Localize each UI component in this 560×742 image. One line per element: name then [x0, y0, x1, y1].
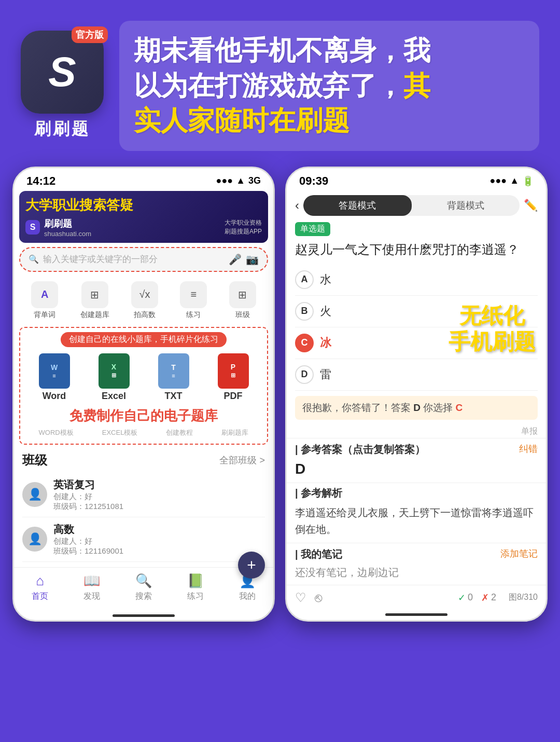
page-indicator: 图8/310 [509, 592, 538, 603]
word-template: WORD模板 [39, 428, 74, 437]
headline-highlight: 其实人家随时在刷题 [134, 71, 430, 136]
discover-icon: 📖 [83, 573, 100, 589]
class-item-0[interactable]: 👤 英语复习 创建人：好 班级码：121251081 [22, 473, 265, 517]
nav-search[interactable]: 🔍 搜索 [135, 573, 152, 602]
camera-icon: 📷 [246, 253, 259, 266]
ref-answer-header: | 参考答案（点击复制答案） 纠错 [287, 438, 546, 459]
right-home-indicator [385, 613, 447, 616]
left-status-icons: ●●● ▲ 3G [216, 175, 261, 186]
search-magnifier-icon: 🔍 [29, 254, 39, 264]
nav-profile-label: 我的 [239, 591, 256, 602]
nav-search-label: 搜索 [135, 591, 152, 602]
class-header: 班级 全部班级 > [22, 452, 265, 469]
free-label: 免费制作自己的电子题库 [24, 405, 263, 427]
class-creator-1: 创建人：好 [53, 537, 265, 546]
top-section: 官方版 S 刷刷题 期末看他手机不离身，我 以为在打游戏放弃了，其实人家随时在刷… [0, 0, 560, 161]
app-icon: 官方版 S [21, 31, 104, 114]
pdf-file-item[interactable]: P ⊞ PDF [218, 353, 249, 402]
class-info-1: 高数 创建人：好 班级码：121169001 [53, 523, 265, 556]
search-placeholder: 输入关键字或关键字的一部分 [43, 253, 225, 265]
checkmark-icon: ✓ [458, 592, 466, 603]
like-icon[interactable]: ♡ [295, 590, 306, 605]
option-A-letter: A [295, 270, 314, 289]
nav-practice-label: 练习 [187, 591, 204, 602]
ref-answer-label: | 参考答案（点击复制答案） [295, 443, 425, 457]
brand-name: 刷刷题 [44, 217, 91, 230]
option-D-letter: D [295, 365, 314, 384]
watermark-text: 无纸化手机刷题 [449, 303, 536, 355]
brand-website: shuashuati.com [44, 230, 91, 238]
icon-practice[interactable]: ≡ 练习 [180, 281, 207, 320]
icon-photo-math[interactable]: √x 拍高数 [131, 281, 158, 320]
option-A-text: 水 [320, 272, 331, 287]
analysis-text: 李逍遥还给灵儿衣服，天上劈下一道惊雷将李逍遥吓倒在地。 [287, 502, 546, 543]
file-types-row: W ≡ Word X ⊞ Excel T ≡ [24, 351, 263, 405]
downvote-item[interactable]: ✗ 2 [481, 592, 496, 603]
edit-button[interactable]: ✏️ [524, 199, 538, 212]
excel-file-item[interactable]: X ⊞ Excel [99, 353, 130, 402]
excel-icon: X ⊞ [99, 353, 130, 389]
right-status-bar: 09:39 ●●● ▲ 🔋 [287, 168, 546, 191]
brand-logo: S [25, 220, 40, 235]
class-creator-0: 创建人：好 [53, 492, 265, 502]
question-type-badge: 单选题 [295, 222, 330, 236]
vote-section: ✓ 0 ✗ 2 [458, 592, 496, 603]
option-D[interactable]: D 雷 [295, 359, 538, 391]
class-more[interactable]: 全部班级 > [219, 454, 265, 466]
file-upload-section: 创建自己的在线小题库，手机碎片化练习 W ≡ Word X ⊞ [19, 327, 268, 445]
bottom-nav: ⌂ 首页 📖 发现 🔍 搜索 📗 练习 👤 我的 [14, 567, 273, 611]
add-note-button[interactable]: 添加笔记 [500, 547, 538, 561]
class-item-1[interactable]: 👤 高数 创建人：好 班级码：121169001 [22, 517, 265, 562]
class-name-1: 高数 [53, 523, 265, 537]
answer-mode-tab[interactable]: 答题模式 [303, 195, 412, 216]
question-text: 赵灵儿一气之下使用什麽咒打的李逍遥？ [287, 238, 546, 264]
home-icon: ⌂ [36, 573, 44, 589]
class-code-1: 班级码：121169001 [53, 546, 265, 556]
fab-button[interactable]: + [238, 552, 265, 579]
left-phone: 14:12 ●●● ▲ 3G 大学职业搜索答疑 S 刷刷题 shuashuati… [12, 167, 275, 622]
mode-tabs: 答题模式 背题模式 [303, 195, 520, 216]
left-status-bar: 14:12 ●●● ▲ 3G [14, 168, 273, 191]
txt-file-item[interactable]: T ≡ TXT [158, 353, 189, 402]
left-time: 14:12 [26, 174, 55, 188]
upvote-count: 0 [468, 592, 473, 603]
brand-sub: 大学职业资格刷题搜题APP [225, 218, 262, 236]
headline-box: 期末看他手机不离身，我 以为在打游戏放弃了，其实人家随时在刷题 [119, 21, 539, 151]
option-D-text: 雷 [320, 367, 331, 382]
result-bar: 很抱歉，你答错了！答案 D 你选择 C [295, 396, 538, 420]
create-tutorial: 创建教程 [166, 428, 193, 437]
pdf-label: PDF [224, 391, 243, 402]
bg-mode-tab[interactable]: 背题模式 [412, 195, 520, 216]
top-nav: ‹ 答题模式 背题模式 ✏️ [287, 191, 546, 220]
question-bank: 刷刷题库 [221, 428, 248, 437]
nav-search-icon: 🔍 [135, 573, 152, 589]
headline-text: 期末看他手机不离身，我 以为在打游戏放弃了，其实人家随时在刷题 [134, 33, 525, 139]
upvote-item[interactable]: ✓ 0 [458, 592, 473, 603]
app-name: 刷刷题 [34, 118, 90, 141]
word-label: Word [43, 391, 66, 402]
option-A[interactable]: A 水 [295, 264, 538, 296]
microphone-icon: 🎤 [229, 253, 242, 266]
search-box[interactable]: 🔍 输入关键字或关键字的一部分 🎤 📷 [19, 247, 268, 272]
icon-flashcard[interactable]: A 背单词 [31, 281, 58, 320]
correction-button[interactable]: 纠错 [519, 443, 538, 457]
promo-main-text: 大学职业搜索答疑 [25, 196, 262, 214]
word-file-item[interactable]: W ≡ Word [39, 353, 70, 402]
right-time: 09:39 [299, 174, 328, 188]
nav-home[interactable]: ⌂ 首页 [32, 573, 48, 602]
nav-practice[interactable]: 📗 练习 [187, 573, 204, 602]
back-button[interactable]: ‹ [295, 198, 299, 213]
class-title: 班级 [22, 452, 47, 469]
report-link[interactable]: 单报 [287, 425, 546, 438]
excel-label: Excel [102, 391, 126, 402]
share-icon[interactable]: ⎋ [315, 590, 322, 605]
excel-template: EXCEL模板 [102, 428, 138, 437]
nav-discover-label: 发现 [83, 591, 100, 602]
nav-home-label: 首页 [32, 591, 48, 602]
nav-discover[interactable]: 📖 发现 [83, 573, 100, 602]
bottom-actions: ♡ ⎋ ✓ 0 ✗ 2 图8/310 [287, 585, 546, 610]
pdf-icon: P ⊞ [218, 353, 249, 389]
home-indicator [113, 614, 175, 617]
icon-class[interactable]: ⊞ 班级 [229, 281, 256, 320]
icon-create-bank[interactable]: ⊞ 创建题库 [80, 281, 109, 320]
